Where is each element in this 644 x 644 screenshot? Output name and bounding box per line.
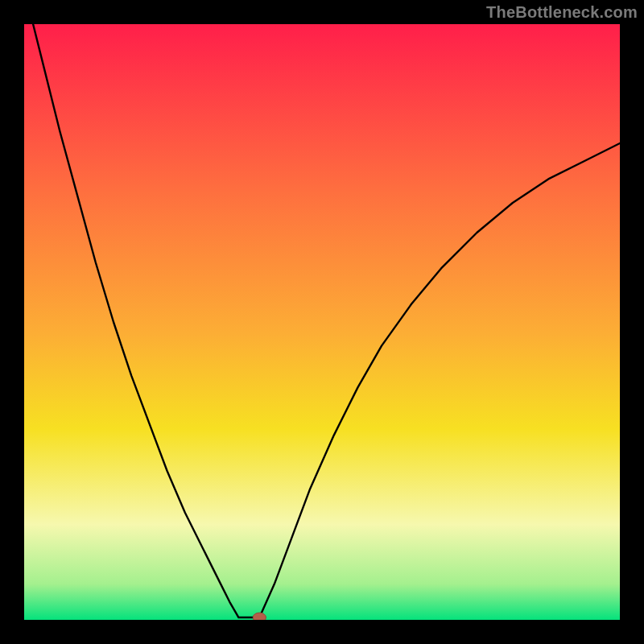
plot-area (24, 24, 620, 620)
watermark-text: TheBottleneck.com (486, 3, 638, 22)
chart-svg (24, 24, 620, 620)
chart-frame: TheBottleneck.com (0, 0, 644, 644)
marker-dot (253, 613, 266, 620)
